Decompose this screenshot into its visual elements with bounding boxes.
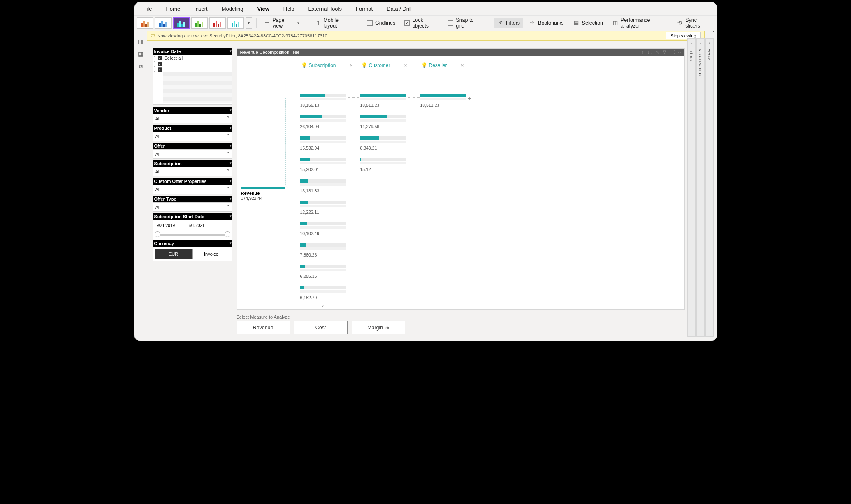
tree-node[interactable]: 8,349.21 bbox=[360, 136, 418, 150]
level-header-subscription[interactable]: 💡 Subscription × bbox=[300, 62, 350, 70]
close-icon[interactable]: × bbox=[461, 62, 464, 68]
measure-selector: Select Measure to Analyze Revenue Cost M… bbox=[237, 314, 405, 334]
visual-header-icons: ↑ ↓↓ ⤡ ∇ ⛶ ⋯ bbox=[642, 49, 683, 55]
focus-icon[interactable]: ⛶ bbox=[670, 49, 675, 55]
filters-rail[interactable]: ‹ Filters bbox=[687, 38, 696, 337]
menu-help[interactable]: Help bbox=[280, 4, 298, 14]
more-icon[interactable]: ⋯ bbox=[678, 49, 683, 55]
chevron-down-icon: ˅ bbox=[227, 151, 230, 157]
date-to-input[interactable] bbox=[187, 222, 216, 229]
sync-slicers-button[interactable]: ⟲ Sync slicers bbox=[673, 16, 714, 30]
page-view-button[interactable]: ▭ Page view ▾ bbox=[260, 16, 303, 30]
tree-node[interactable]: 15.12 bbox=[360, 158, 418, 172]
visual-title: Revenue Decomposition Tree bbox=[240, 50, 300, 55]
tree-node[interactable]: 26,104.94 bbox=[300, 115, 358, 129]
slicer-product-header: Product▾ bbox=[153, 125, 232, 132]
menu-view[interactable]: View bbox=[254, 4, 272, 14]
mobile-layout-label: Mobile layout bbox=[323, 17, 352, 29]
level-header-reseller[interactable]: 💡 Reseller × bbox=[420, 62, 470, 70]
filter-icon: ⧩ bbox=[497, 20, 503, 26]
tree-node[interactable]: 18,511.23 bbox=[360, 94, 418, 108]
theme-thumb-3[interactable] bbox=[173, 17, 190, 29]
slicer-subscription[interactable]: All˅ bbox=[153, 167, 232, 176]
slicer-custom-offer[interactable]: All˅ bbox=[153, 185, 232, 194]
slicer-invoice-date[interactable]: ˅˅˅˅ ✓Select all ✓x ✓x bbox=[153, 55, 232, 105]
tree-node[interactable]: 18,511.23 bbox=[420, 94, 478, 108]
slicer-sub-start[interactable] bbox=[153, 220, 232, 240]
snap-to-grid-toggle[interactable]: Snap to grid bbox=[445, 16, 485, 30]
slicer-vendor[interactable]: All˅ bbox=[153, 114, 232, 123]
date-range-slider[interactable] bbox=[156, 234, 229, 236]
menu-file[interactable]: File bbox=[140, 4, 155, 14]
root-value: 174,922.44 bbox=[241, 196, 285, 201]
tree-node[interactable]: 6,152.79 bbox=[300, 286, 358, 300]
tree-node[interactable]: 38,155.13 bbox=[300, 94, 358, 108]
close-icon[interactable]: × bbox=[404, 62, 407, 68]
report-view-icon[interactable]: ▥ bbox=[138, 38, 143, 45]
tree-node[interactable]: 15,532.94 bbox=[300, 136, 358, 150]
node-value: 18,511.23 bbox=[420, 103, 478, 108]
currency-eur-button[interactable]: EUR bbox=[155, 249, 192, 259]
drill-down-icon[interactable]: ↓↓ bbox=[647, 49, 652, 55]
close-icon[interactable]: × bbox=[350, 62, 353, 68]
shield-icon: 🛡 bbox=[151, 33, 155, 38]
node-value: 10,102.49 bbox=[300, 231, 358, 236]
level-header-customer[interactable]: 💡 Customer × bbox=[360, 62, 410, 70]
measure-cost-button[interactable]: Cost bbox=[294, 321, 348, 334]
menu-data-drill[interactable]: Data / Drill bbox=[383, 4, 415, 14]
visualizations-rail[interactable]: ‹ Visualizations bbox=[696, 38, 705, 337]
node-value: 15.12 bbox=[360, 167, 418, 172]
menu-format[interactable]: Format bbox=[352, 4, 376, 14]
tree-node[interactable]: 15,202.01 bbox=[300, 158, 358, 172]
theme-thumb-4[interactable] bbox=[191, 17, 208, 29]
selection-pane-button[interactable]: ▤ Selection bbox=[570, 18, 606, 28]
drill-up-icon[interactable]: ↑ bbox=[642, 49, 644, 55]
slicer-product[interactable]: All˅ bbox=[153, 132, 232, 141]
stop-viewing-button[interactable]: Stop viewing bbox=[666, 32, 700, 39]
tree-node[interactable]: 6,255.15 bbox=[300, 265, 358, 279]
measure-margin-button[interactable]: Margin % bbox=[352, 321, 405, 334]
menu-external-tools[interactable]: External Tools bbox=[305, 4, 345, 14]
tree-node[interactable]: 12,222.11 bbox=[300, 201, 358, 215]
node-value: 13,131.33 bbox=[300, 188, 358, 193]
ribbon-collapse-icon[interactable]: ˅ bbox=[712, 30, 714, 35]
bookmarks-button[interactable]: ☆ Bookmarks bbox=[526, 18, 567, 28]
chevron-down-icon[interactable]: ˅ bbox=[300, 305, 346, 307]
theme-thumb-1[interactable] bbox=[137, 17, 153, 29]
slider-knob-right[interactable] bbox=[225, 231, 230, 237]
node-value: 15,532.94 bbox=[300, 146, 358, 150]
tree-node[interactable]: 10,102.49 bbox=[300, 222, 358, 236]
menu-home[interactable]: Home bbox=[162, 4, 183, 14]
tree-root[interactable]: Revenue 174,922.44 bbox=[241, 187, 285, 201]
theme-thumb-6[interactable] bbox=[227, 17, 244, 29]
theme-thumb-5[interactable] bbox=[209, 17, 226, 29]
lock-objects-toggle[interactable]: Lock objects bbox=[401, 16, 442, 30]
tree-area: 💡 Subscription × 💡 Customer × 💡 Reseller… bbox=[237, 56, 684, 307]
tree-column-subscription: 38,155.1326,104.9415,532.9415,202.0113,1… bbox=[300, 94, 358, 307]
slicer-offer-type[interactable]: All˅ bbox=[153, 202, 232, 212]
model-view-icon[interactable]: ⧉ bbox=[139, 63, 143, 70]
tree-node[interactable]: 7,860.28 bbox=[300, 243, 358, 257]
performance-analyzer-button[interactable]: ◫ Performance analyzer bbox=[609, 16, 671, 30]
filter-icon[interactable]: ∇ bbox=[663, 49, 666, 55]
gridlines-toggle[interactable]: Gridlines bbox=[364, 18, 399, 28]
theme-dropdown[interactable]: ▾ bbox=[246, 17, 252, 29]
menu-modeling[interactable]: Modeling bbox=[218, 4, 247, 14]
currency-invoice-button[interactable]: Invoice bbox=[192, 249, 230, 259]
sync-icon: ⟲ bbox=[677, 20, 683, 26]
data-view-icon[interactable]: ▦ bbox=[138, 51, 143, 57]
slider-knob-left[interactable] bbox=[155, 231, 160, 237]
tree-node[interactable]: 13,131.33 bbox=[300, 179, 358, 193]
filters-pane-button[interactable]: ⧩ Filters bbox=[494, 18, 523, 28]
date-from-input[interactable] bbox=[155, 222, 184, 229]
slicer-sub-start-header: Subscription Start Date▾ bbox=[153, 213, 232, 220]
menu-insert[interactable]: Insert bbox=[191, 4, 211, 14]
slicer-offer[interactable]: All˅ bbox=[153, 149, 232, 159]
theme-thumb-2[interactable] bbox=[155, 17, 172, 29]
expand-icon[interactable]: ⤡ bbox=[656, 49, 660, 55]
mobile-layout-button[interactable]: ▯ Mobile layout bbox=[311, 16, 355, 30]
measure-revenue-button[interactable]: Revenue bbox=[237, 321, 290, 334]
tree-node[interactable]: 11,279.56 bbox=[360, 115, 418, 129]
fields-rail[interactable]: ‹ Fields bbox=[705, 38, 714, 337]
decomposition-tree-visual[interactable]: Revenue Decomposition Tree ↑ ↓↓ ⤡ ∇ ⛶ ⋯ … bbox=[237, 48, 685, 310]
